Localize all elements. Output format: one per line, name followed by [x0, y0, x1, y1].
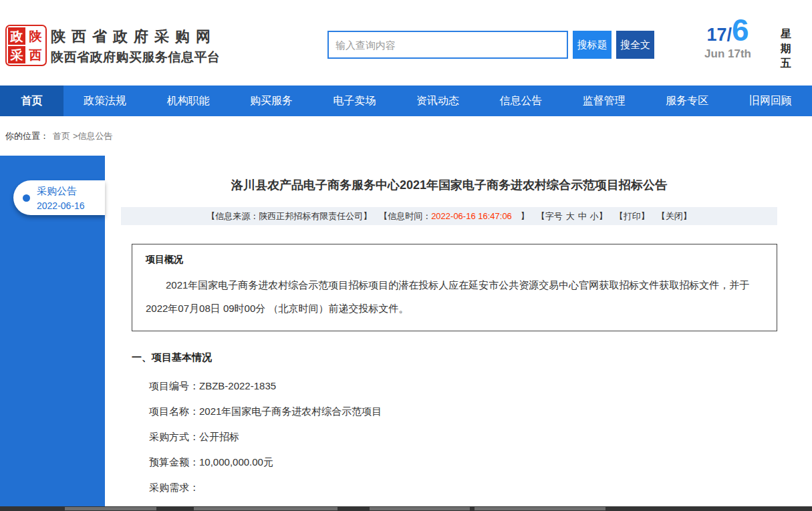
meta-time-prefix: 【信息时间： — [379, 211, 431, 221]
project-number-line: 项目编号：ZBZB-2022-1835 — [121, 380, 777, 393]
font-size-suffix: 】 — [599, 211, 607, 221]
sidebar-category-date: 2022-06-16 — [37, 200, 85, 211]
meta-time: 【信息时间：2022-06-16 16:47:06 】 — [379, 210, 529, 222]
font-size-small-button[interactable]: 小 — [590, 211, 599, 221]
nav-item-news[interactable]: 资讯动态 — [396, 86, 479, 116]
site-tagline: 陕西省政府购买服务信息平台 — [51, 49, 221, 66]
meta-time-suffix: 】 — [512, 211, 529, 221]
search-input[interactable] — [327, 31, 568, 59]
procurement-method-line: 采购方式：公开招标 — [121, 431, 777, 444]
main-nav: 首页 政策法规 机构职能 购买服务 电子卖场 资讯动态 信息公告 监督管理 服务… — [0, 86, 812, 116]
nav-item-functions[interactable]: 机构职能 — [146, 86, 229, 116]
search-title-button[interactable]: 搜标题 — [573, 31, 612, 59]
breadcrumb-home-link[interactable]: 首页 — [53, 130, 70, 142]
requirements-label-line: 采购需求： — [121, 482, 777, 494]
date-english: Jun 17th — [694, 47, 762, 61]
logo-char: 陕 — [27, 27, 44, 45]
nav-item-service-zone[interactable]: 服务专区 — [646, 86, 728, 116]
font-size-prefix: 【字号 — [537, 211, 563, 221]
site-logo-seal-icon: 政 陕 采 西 — [5, 25, 47, 66]
overview-body: 2021年国家电子商务进农村综合示范项目招标项目的潜在投标人应在延安市公共资源交… — [146, 273, 763, 320]
date-day: 17 — [706, 25, 726, 45]
section-basic-info-heading: 一、项目基本情况 — [132, 351, 777, 364]
logo-char: 政 — [8, 27, 25, 45]
breadcrumb-separator: > — [73, 131, 78, 141]
breadcrumb-current-link[interactable]: 信息公告 — [78, 130, 113, 142]
nav-item-announcements[interactable]: 信息公告 — [479, 86, 562, 116]
article-meta-bar: 【信息来源：陕西正邦招标有限责任公司】 【信息时间：2022-06-16 16:… — [121, 207, 777, 225]
date-separator: / — [726, 25, 732, 45]
project-name-line: 项目名称：2021年国家电子商务进农村综合示范项目 — [121, 405, 777, 418]
nav-item-old-site[interactable]: 旧网回顾 — [729, 86, 812, 116]
close-button[interactable]: 【关闭】 — [657, 210, 692, 222]
logo-char: 西 — [27, 46, 44, 63]
date-widget: 17 / 6 Jun 17th — [694, 15, 762, 61]
nav-item-policy[interactable]: 政策法规 — [63, 86, 146, 116]
meta-font-size-controls: 【字号大中小】 — [537, 210, 607, 222]
site-name: 陕西省政府采购网 — [51, 27, 217, 47]
site-header: 政 陕 采 西 陕西省政府采购网 陕西省政府购买服务信息平台 搜标题 搜全文 1… — [0, 0, 812, 86]
nav-item-e-marketplace[interactable]: 电子卖场 — [313, 86, 396, 116]
breadcrumb: 你的位置： 首页 > 信息公告 — [0, 116, 812, 156]
logo-char: 采 — [8, 46, 25, 63]
project-overview-box: 项目概况 2021年国家电子商务进农村综合示范项目招标项目的潜在投标人应在延安市… — [132, 244, 777, 331]
article-title: 洛川县农产品电子商务服务中心2021年国家电子商务进农村综合示范项目招标公告 — [121, 156, 777, 193]
meta-source: 【信息来源：陕西正邦招标有限责任公司】 — [207, 210, 372, 222]
search-fulltext-button[interactable]: 搜全文 — [616, 31, 654, 59]
font-size-large-button[interactable]: 大 — [566, 211, 575, 221]
date-month: 6 — [732, 15, 749, 45]
date-weekday: 星期五 — [779, 27, 793, 71]
print-button[interactable]: 【打印】 — [615, 210, 650, 222]
sidebar: 采购公告 2022-06-16 — [0, 156, 105, 506]
font-size-medium-button[interactable]: 中 — [578, 211, 587, 221]
nav-item-purchase-services[interactable]: 购买服务 — [230, 86, 313, 116]
budget-line: 预算金额：10,000,000.00元 — [121, 456, 777, 469]
bullet-dot-icon — [23, 194, 30, 202]
article: 洛川县农产品电子商务服务中心2021年国家电子商务进农村综合示范项目招标公告 【… — [105, 156, 812, 511]
cutoff-table-top-edge — [0, 506, 812, 511]
sidebar-category-label: 采购公告 — [37, 185, 85, 198]
meta-time-value: 2022-06-16 16:47:06 — [431, 211, 512, 221]
nav-item-home[interactable]: 首页 — [0, 86, 63, 116]
nav-item-supervision[interactable]: 监督管理 — [563, 86, 646, 116]
breadcrumb-prefix: 你的位置： — [5, 130, 49, 142]
overview-heading: 项目概况 — [146, 254, 763, 266]
content-area: 采购公告 2022-06-16 洛川县农产品电子商务服务中心2021年国家电子商… — [0, 156, 812, 511]
sidebar-item-procurement-announcement[interactable]: 采购公告 2022-06-16 — [13, 180, 105, 215]
